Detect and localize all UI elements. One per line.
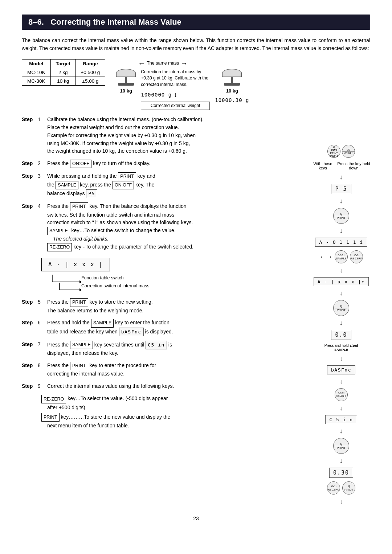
key-print-1: PRINT [118, 172, 136, 181]
step-text-2: Press the ON:OFF key to turn off the dis… [47, 160, 150, 168]
key-sample-1: SAMPLE [56, 181, 78, 189]
display-bASFnc-right: bASFnc [327, 365, 355, 374]
arrow-left: ← [138, 59, 145, 67]
page-number: 23 [22, 516, 370, 521]
step-2: Step 2 Press the ON:OFF key to turn off … [22, 160, 305, 168]
step-4: Step 4 Press the PRINT key. Then the bal… [22, 202, 305, 294]
col-target: Target [50, 59, 75, 68]
step-word-9: Step [22, 382, 35, 390]
step-word-1: Step [22, 116, 35, 155]
step-1: Step 1 Calibrate the balance using the i… [22, 116, 305, 155]
switch-diagram-box: A - | x x x | [41, 258, 110, 271]
step-6: Step 6 Press and hold the SAMPLE key to … [22, 319, 305, 336]
print-button-icon-3: Q PRINT [333, 438, 349, 454]
step-9-sub-1: RE-ZERO key…To select the value. (-500 d… [41, 394, 305, 411]
arrow-down-2: ↓ [340, 198, 343, 204]
key-rezero-icon-2: +0/1- RE-ZERO [327, 481, 340, 495]
cell-range-2: ±5.00 g [75, 77, 105, 85]
step-text-9: Correct the internal mass value using th… [47, 382, 174, 390]
step-9: Step 9 Correct the internal mass value u… [22, 382, 305, 430]
display-after: 10000.30 g [215, 97, 249, 103]
weight-label-right: 10 kg [226, 88, 238, 94]
arrow-left-right: ←→ [319, 253, 332, 261]
key-onoff-icon: I/O ON:OFF [342, 145, 355, 158]
display-A2-right: A - | x x x |↑ [314, 277, 369, 286]
arrow-down-1: ↓ [340, 174, 343, 180]
display-C5in-right: C 5 i n [325, 415, 357, 424]
keys-label1: With these keys [312, 161, 334, 170]
intro-paragraph: The balance can correct the internal mas… [22, 36, 370, 53]
balance-diagram: ← The same mass → 10 kg Correction the i… [116, 59, 249, 110]
arrow-down-indicator: ↓ [174, 90, 177, 99]
step-text-3: While pressing and holding the PRINT key… [47, 172, 155, 198]
arrow-down-12: ↓ [340, 498, 343, 505]
arrow-down-8: ↓ [340, 378, 343, 385]
step-7: Step 7 Press the SAMPLE key several time… [22, 341, 305, 357]
step-word-4: Step [22, 202, 35, 251]
arrow-down-9: ↓ [340, 405, 343, 411]
function-switch-label: Function table switch [81, 275, 124, 282]
display-before: 1000000 g [141, 91, 172, 98]
step-num-8: 8 [38, 362, 44, 378]
step-num-4: 4 [38, 202, 44, 251]
arrow-down-4: ↓ [340, 267, 343, 274]
arrow-right: → [180, 59, 188, 67]
arrow-down-5: ↓ [340, 290, 343, 296]
step-num-3: 3 [38, 172, 44, 198]
step-text-1: Calibrate the balance using the internal… [47, 116, 204, 155]
step-num-9: 9 [38, 382, 44, 390]
correction-note: Correction the internal mass by +0.30 g … [141, 69, 210, 88]
step-text-6: Press and hold the SAMPLE key to enter t… [47, 319, 173, 336]
step-3: Step 3 While pressing and holding the PR… [22, 172, 305, 198]
print-button-icon: Q PRINT [333, 208, 349, 224]
key-sample-icon-2: 1/10d SAMPLE [335, 388, 348, 401]
step-text-5: Press the PRINT key to store the new set… [47, 298, 153, 315]
correction-switch-arrow [49, 281, 81, 292]
step-text-8: Press the PRINT key to enter the procedu… [47, 362, 156, 378]
print-button-icon-2: Q PRINT [333, 300, 349, 316]
key-print-4: PRINT [70, 362, 88, 370]
press-hold-label: Press and hold 1/10dSAMPLE [324, 344, 358, 352]
step-num-6: 6 [38, 319, 44, 336]
step-text-7: Press the SAMPLE key several times until… [47, 341, 172, 357]
step-num-7: 7 [38, 341, 44, 357]
step-word-5: Step [22, 298, 35, 315]
display-A-right: A - 0 1 1 1 i [315, 238, 367, 247]
step-num-1: 1 [38, 116, 44, 155]
right-keys-row: Q 1/10d PRINT SAMPLE I/O ON:OFF [327, 145, 355, 158]
arrow-down-3: ↓ [340, 227, 343, 234]
key-sample-icon: 1/10d SAMPLE [335, 250, 348, 263]
step-num-2: 2 [38, 160, 44, 168]
key-print-3: PRINT [70, 298, 88, 307]
keys-label2: Press the key held down [337, 161, 370, 170]
display-P5: P5 [86, 189, 97, 198]
display-C5in: C5 in [146, 341, 167, 349]
col-range: Range [75, 59, 105, 68]
step-word-8: Step [22, 362, 35, 378]
key-print-2: PRINT [70, 202, 88, 211]
cell-target-2: 10 kg [50, 77, 75, 85]
display-P5-right: P 5 [331, 184, 351, 194]
model-table: Model Target Range MC-10K 2 kg ±0.500 g … [22, 59, 105, 86]
step-5: Step 5 Press the PRINT key to store the … [22, 298, 305, 315]
cell-model-1: MC-10K [22, 68, 51, 77]
arrow-down-6: ↓ [340, 320, 343, 326]
weight-label-left: 10 kg [120, 88, 132, 94]
ext-weight-box: Corrected external weight [141, 102, 210, 110]
cell-target-1: 2 kg [50, 68, 75, 77]
section-title: 8–6. Correcting the Internal Mass Value [22, 15, 370, 30]
arrow-down-11: ↓ [340, 457, 343, 464]
col-model: Model [22, 59, 51, 68]
table-row: MC-10K 2 kg ±0.500 g [22, 68, 105, 77]
key-print-icon: Q 1/10d PRINT SAMPLE [327, 145, 340, 158]
step-num-5: 5 [38, 298, 44, 315]
step-word-3: Step [22, 172, 35, 198]
same-mass-label: The same mass [147, 61, 179, 66]
display-bASFnc: bASFnc [119, 328, 144, 336]
display-zero-right: 0.0 [331, 330, 351, 340]
key-rezero-icon: +0/1- RE-ZERO [350, 250, 363, 263]
display-030-right: 0.30 [329, 468, 353, 478]
correction-switch-label: Correction switch of internal mass [81, 283, 150, 290]
step-word-6: Step [22, 319, 35, 336]
key-onoff-2: ON:OFF [113, 181, 134, 189]
